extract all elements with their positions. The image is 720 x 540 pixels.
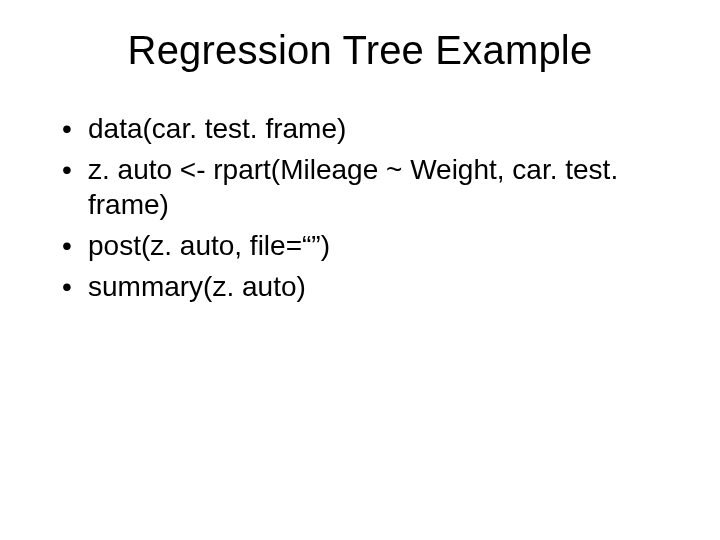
list-item: data(car. test. frame): [60, 111, 670, 146]
slide-title: Regression Tree Example: [50, 28, 670, 73]
list-item: post(z. auto, file=“”): [60, 228, 670, 263]
list-item: z. auto <- rpart(Mileage ~ Weight, car. …: [60, 152, 670, 222]
slide: Regression Tree Example data(car. test. …: [0, 0, 720, 540]
bullet-list: data(car. test. frame) z. auto <- rpart(…: [50, 111, 670, 304]
list-item: summary(z. auto): [60, 269, 670, 304]
